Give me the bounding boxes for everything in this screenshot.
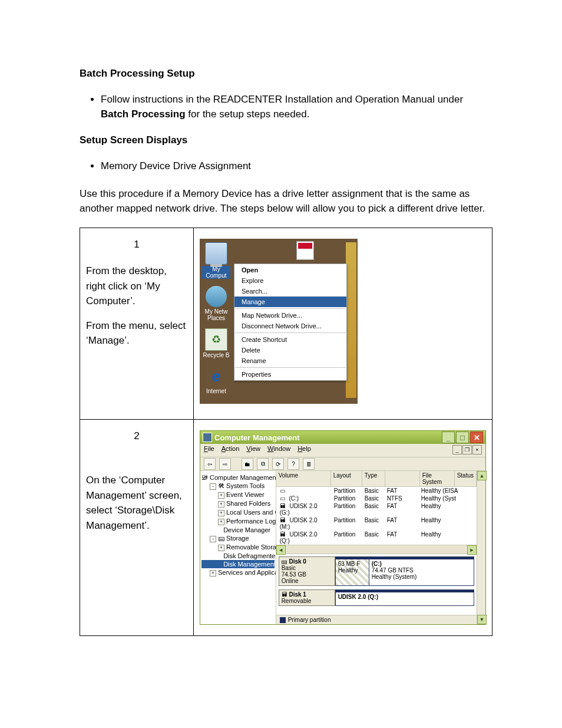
table-row: 1 From the desktop, right click on ‘My C… — [80, 228, 492, 420]
icon-label: My Netw Places — [202, 308, 230, 321]
tree-node-removable-storage[interactable]: +Removable Storage — [201, 543, 275, 552]
partition[interactable]: 63 MB FHealthy — [335, 557, 369, 585]
menu-file[interactable]: File — [204, 445, 214, 456]
volume-row[interactable]: 🖬 UDISK 2.0 (Q:)PartitionBasicFATHealthy — [276, 531, 477, 545]
volume-row[interactable]: 🖬 UDISK 2.0 (M:)PartitionBasicFATHealthy — [276, 516, 477, 531]
menu-item-map-network-drive[interactable]: Map Network Drive... — [234, 310, 346, 321]
tree-view[interactable]: 🖳 Computer Management (Local) -🛠 System … — [200, 471, 276, 624]
menu-help[interactable]: Help — [297, 445, 311, 456]
step-number: 2 — [86, 430, 187, 442]
app-icon — [203, 433, 212, 442]
legend-swatch — [280, 617, 286, 623]
menu-view[interactable]: View — [246, 445, 260, 456]
menu-item-rename[interactable]: Rename — [234, 355, 346, 366]
document-page: Batch Processing Setup Follow instructio… — [0, 0, 562, 728]
vertical-scrollbar[interactable]: ▲▼ — [477, 471, 485, 624]
menu-item-search[interactable]: Search... — [234, 286, 346, 297]
menu-item-properties[interactable]: Properties — [234, 369, 346, 380]
toolbar-button[interactable]: ≣ — [303, 458, 315, 470]
partition-q[interactable]: UDISK 2.0 (Q:) — [335, 590, 474, 605]
menu-window[interactable]: Window — [267, 445, 290, 456]
volume-list-header[interactable]: Volume Layout Type File System Status — [276, 471, 477, 487]
scroll-right-button[interactable]: ► — [467, 545, 477, 555]
partition-c[interactable]: (C:) 74.47 GB NTFSHealthy (System) — [369, 557, 474, 585]
pdf-icon — [296, 241, 314, 260]
my-computer-icon[interactable]: My Comput — [202, 242, 230, 279]
disk-1-label[interactable]: 🖬 Disk 1 Removable — [279, 589, 335, 606]
text: Follow instructions in the READCENTER In… — [101, 94, 463, 105]
mdi-close-button[interactable]: × — [472, 445, 482, 454]
menu-item-manage[interactable]: Manage — [234, 297, 346, 307]
step-instruction-cell: 2 On the ‘Computer Management’ screen, s… — [80, 420, 194, 636]
col-layout[interactable]: Layout — [331, 471, 362, 486]
step-text: On the ‘Computer Management’ screen, sel… — [86, 473, 187, 533]
heading-setup-displays: Setup Screen Displays — [80, 134, 492, 146]
refresh-button[interactable]: ⟳ — [272, 458, 284, 470]
step-text: From the desktop, right click on ‘My Com… — [86, 263, 187, 309]
tree-node-storage[interactable]: -🖴 Storage — [201, 534, 275, 543]
mdi-minimize-button[interactable]: _ — [452, 445, 462, 454]
col-type[interactable]: Type — [362, 471, 385, 486]
maximize-button[interactable]: □ — [456, 431, 469, 443]
recycle-bin-icon[interactable]: ♻Recycle B — [202, 328, 230, 358]
step-screenshot-cell: My Comput My Netw Places ♻Recycle B eInt… — [194, 228, 492, 420]
volume-row[interactable]: 🖬 UDISK 2.0 (G:)PartitionBasicFATHealthy — [276, 502, 477, 516]
legend-label: Primary partition — [288, 617, 331, 623]
internet-explorer-icon[interactable]: eInternet — [202, 365, 230, 394]
tree-node-performance[interactable]: +Performance Logs and Alerts — [201, 517, 275, 526]
toolbar-button[interactable]: 🖿 — [242, 458, 253, 470]
col-filesystem[interactable]: File System — [420, 471, 455, 486]
menu-separator — [235, 308, 346, 309]
tree-node-device-manager[interactable]: Device Manager — [201, 526, 275, 534]
volume-row[interactable]: ▭ (C:)PartitionBasicNTFSHealthy (Syst — [276, 495, 477, 502]
scroll-left-button[interactable]: ◄ — [276, 545, 286, 555]
menu-item-create-shortcut[interactable]: Create Shortcut — [234, 334, 346, 345]
window-titlebar[interactable]: Computer Management _ □ ✕ — [200, 431, 485, 444]
toolbar-button[interactable]: ? — [287, 458, 299, 470]
scroll-up-button[interactable]: ▲ — [477, 471, 487, 480]
bold-text: Batch Processing — [101, 108, 186, 120]
context-menu: Open Explore Search... Manage Map Networ… — [234, 263, 347, 381]
sidebar-decoration — [346, 242, 356, 398]
window-title: Computer Management — [214, 433, 299, 442]
heading-batch-processing: Batch Processing Setup — [80, 68, 492, 80]
disk-0-label[interactable]: 🖴 Disk 0 Basic 74.53 GB Online — [279, 556, 335, 586]
step-number: 1 — [86, 239, 187, 251]
menu-item-delete[interactable]: Delete — [234, 345, 346, 355]
menu-separator — [235, 367, 346, 368]
horizontal-scrollbar[interactable]: ◄► — [276, 545, 477, 554]
menu-action[interactable]: Action — [222, 445, 240, 456]
forward-button[interactable]: ⇨ — [219, 458, 231, 470]
menu-item-explore[interactable]: Explore — [234, 275, 346, 286]
minimize-button[interactable]: _ — [442, 431, 455, 443]
toolbar-button[interactable]: ⧉ — [257, 458, 269, 470]
volume-row[interactable]: ▭ PartitionBasicFATHealthy (EISA — [276, 487, 477, 495]
screenshot-computer-management: Computer Management _ □ ✕ File Action Vi… — [200, 430, 486, 625]
step-screenshot-cell: Computer Management _ □ ✕ File Action Vi… — [194, 420, 492, 636]
volume-list[interactable]: ▭ PartitionBasicFATHealthy (EISA ▭ (C:)P… — [276, 487, 477, 545]
tree-node-disk-defragmenter[interactable]: Disk Defragmenter — [201, 552, 275, 560]
bullet-item: Memory Device Drive Assignment — [101, 159, 492, 174]
table-row: 2 On the ‘Computer Management’ screen, s… — [80, 420, 492, 636]
tree-node-services-applications[interactable]: +Services and Applications — [201, 568, 275, 577]
tree-node-shared-folders[interactable]: +Shared Folders — [201, 499, 275, 508]
tree-node-system-tools[interactable]: -🛠 System Tools — [201, 482, 275, 490]
mdi-restore-button[interactable]: ❐ — [462, 445, 472, 454]
close-button[interactable]: ✕ — [470, 431, 483, 443]
tree-node-event-viewer[interactable]: +Event Viewer — [201, 490, 275, 499]
col-filesystem[interactable] — [385, 471, 420, 486]
my-network-places-icon[interactable]: My Netw Places — [202, 286, 230, 321]
col-volume[interactable]: Volume — [276, 471, 331, 486]
menu-bar: File Action View Window Help _ ❐ × — [200, 444, 485, 457]
scroll-down-button[interactable]: ▼ — [477, 615, 487, 624]
menu-item-disconnect-network-drive[interactable]: Disconnect Network Drive... — [234, 321, 346, 331]
col-status[interactable]: Status — [455, 471, 477, 486]
text: for the setup steps needed. — [186, 108, 310, 120]
disk-graphical-view[interactable]: 🖴 Disk 0 Basic 74.53 GB Online — [276, 554, 477, 615]
tree-node-local-users[interactable]: +Local Users and Groups — [201, 508, 275, 517]
back-button[interactable]: ⇦ — [204, 458, 216, 470]
paragraph: Use this procedure if a Memory Device ha… — [80, 187, 492, 216]
menu-item-open[interactable]: Open — [234, 265, 346, 275]
tree-node-disk-management[interactable]: Disk Management — [201, 560, 275, 568]
tree-node-root[interactable]: 🖳 Computer Management (Local) — [201, 473, 275, 482]
